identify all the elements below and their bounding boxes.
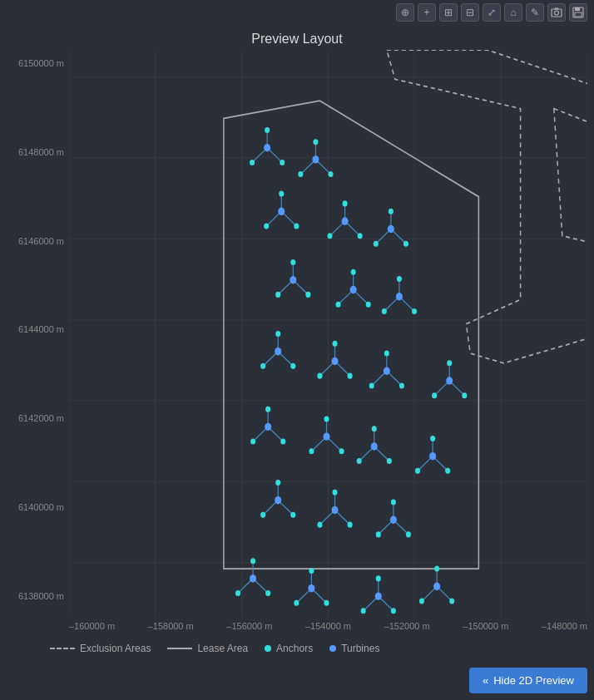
svg-point-142: [275, 496, 281, 504]
x-label: –148000 m: [542, 621, 587, 631]
svg-point-34: [298, 171, 303, 177]
svg-point-97: [369, 382, 374, 388]
svg-point-48: [327, 233, 332, 239]
svg-point-184: [433, 583, 440, 590]
svg-point-107: [446, 377, 453, 384]
svg-point-120: [324, 416, 329, 421]
svg-point-104: [432, 392, 437, 398]
svg-point-99: [384, 351, 389, 357]
hide-btn-label: Hide 2D Preview: [493, 674, 574, 687]
legend-anchors: Anchors: [265, 643, 313, 654]
legend-exclusion: Exclusion Areas: [50, 643, 151, 654]
svg-point-30: [264, 144, 270, 151]
chart-title: Preview Layout: [7, 25, 587, 50]
svg-point-79: [396, 293, 403, 300]
svg-point-162: [250, 558, 255, 564]
svg-point-128: [371, 442, 378, 450]
svg-point-125: [357, 458, 362, 464]
svg-point-168: [324, 600, 329, 606]
svg-point-113: [265, 407, 270, 412]
expand-button[interactable]: ⊞: [439, 3, 458, 22]
svg-point-27: [250, 160, 255, 165]
zoom-in-button[interactable]: ⊕: [396, 3, 414, 22]
svg-point-86: [275, 348, 281, 355]
svg-point-118: [309, 448, 314, 454]
svg-point-167: [294, 600, 299, 606]
lease-line-icon: [167, 648, 192, 649]
y-label: 6138000 m: [18, 591, 64, 601]
svg-point-174: [361, 608, 366, 614]
svg-point-69: [336, 302, 341, 308]
turbines-label: Turbines: [341, 643, 379, 654]
svg-point-37: [312, 155, 319, 163]
x-label: –152000 m: [384, 621, 430, 631]
svg-rect-5: [575, 12, 582, 17]
add-button[interactable]: +: [418, 3, 436, 22]
x-label: –154000 m: [305, 621, 351, 631]
y-label: 6140000 m: [18, 502, 64, 512]
svg-point-132: [415, 468, 420, 474]
fullscreen-button[interactable]: ⤢: [483, 3, 501, 22]
svg-point-114: [265, 423, 271, 431]
lease-label: Lease Area: [197, 643, 248, 654]
camera-button[interactable]: [547, 3, 566, 22]
svg-point-181: [419, 598, 424, 604]
svg-point-51: [342, 217, 349, 224]
svg-point-127: [372, 426, 377, 431]
svg-point-149: [332, 506, 339, 514]
svg-point-160: [235, 590, 240, 596]
svg-point-50: [343, 200, 348, 206]
svg-point-106: [447, 360, 452, 366]
hide-btn-chevron: «: [483, 674, 488, 687]
svg-point-141: [275, 480, 280, 486]
svg-point-92: [333, 341, 338, 347]
collapse-button[interactable]: ⊟: [461, 3, 479, 22]
svg-point-84: [290, 363, 295, 369]
svg-point-55: [374, 241, 379, 247]
anchors-label: Anchors: [276, 643, 313, 654]
legend: Exclusion Areas Lease Area Anchors Turbi…: [0, 634, 594, 663]
svg-point-41: [264, 223, 269, 229]
svg-point-161: [265, 590, 270, 596]
svg-point-135: [429, 452, 436, 460]
hide-2d-preview-button[interactable]: « Hide 2D Preview: [469, 668, 587, 693]
svg-point-98: [399, 382, 404, 388]
svg-point-105: [462, 392, 467, 398]
svg-point-62: [275, 292, 280, 298]
svg-point-119: [339, 448, 344, 454]
svg-point-65: [290, 276, 296, 283]
svg-point-57: [389, 209, 394, 214]
svg-point-77: [412, 308, 417, 314]
svg-point-76: [382, 308, 387, 314]
svg-point-44: [278, 208, 285, 215]
svg-point-170: [308, 584, 314, 592]
svg-point-1: [555, 11, 559, 15]
svg-point-176: [376, 575, 381, 581]
plot-area: [69, 50, 587, 618]
y-label: 6142000 m: [18, 413, 64, 423]
svg-point-175: [391, 608, 396, 614]
y-label: 6146000 m: [18, 236, 64, 246]
home-button[interactable]: ⌂: [504, 3, 522, 22]
turbines-dot-icon: [329, 645, 336, 652]
edit-button[interactable]: ✎: [526, 3, 544, 22]
y-label: 6150000 m: [18, 58, 64, 68]
svg-point-28: [280, 160, 285, 165]
svg-point-155: [391, 500, 396, 505]
save-button[interactable]: [569, 3, 587, 22]
x-label: –156000 m: [226, 621, 272, 631]
svg-point-43: [279, 191, 284, 197]
x-label: –160000 m: [69, 621, 115, 631]
legend-lease: Lease Area: [167, 643, 248, 654]
svg-point-182: [449, 598, 454, 604]
svg-point-177: [375, 592, 382, 599]
svg-point-163: [250, 574, 256, 582]
svg-point-56: [403, 241, 408, 247]
svg-point-111: [250, 439, 255, 445]
svg-point-121: [323, 432, 329, 440]
svg-rect-4: [575, 7, 580, 11]
svg-point-148: [333, 490, 338, 495]
svg-point-49: [358, 233, 363, 239]
svg-point-112: [280, 439, 285, 445]
svg-point-90: [317, 373, 322, 379]
